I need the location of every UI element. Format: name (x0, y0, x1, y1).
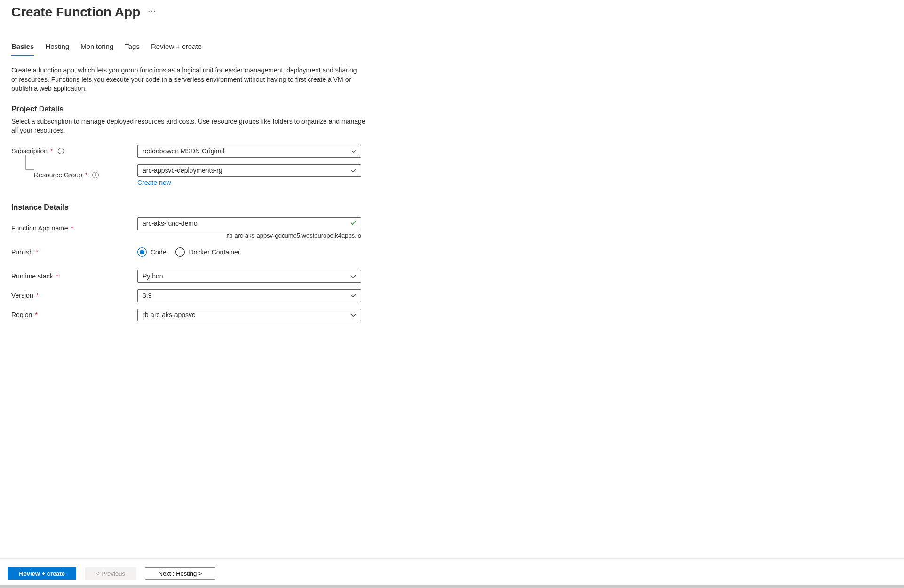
subscription-value: reddobowen MSDN Original (143, 147, 224, 155)
runtime-value: Python (143, 272, 163, 280)
required-star: * (35, 311, 37, 318)
previous-button: < Previous (85, 567, 136, 580)
version-value: 3.9 (143, 292, 151, 299)
required-star: * (36, 292, 39, 299)
required-star: * (85, 171, 87, 179)
tab-hosting[interactable]: Hosting (45, 42, 69, 56)
region-label-text: Region (11, 311, 32, 318)
required-star: * (56, 272, 58, 280)
chevron-down-icon (350, 273, 356, 279)
tab-tags[interactable]: Tags (125, 42, 140, 56)
radio-selected-icon (137, 247, 147, 257)
region-value: rb-arc-aks-appsvc (143, 311, 195, 318)
resource-group-dropdown[interactable]: arc-appsvc-deployments-rg (137, 164, 361, 177)
create-new-link[interactable]: Create new (137, 179, 171, 186)
version-label: Version * (11, 292, 137, 299)
app-name-input[interactable] (137, 217, 361, 230)
runtime-dropdown[interactable]: Python (137, 270, 361, 283)
more-icon[interactable]: ··· (148, 6, 156, 19)
publish-docker-label: Docker Container (189, 248, 240, 256)
check-icon (350, 220, 357, 228)
tree-line (25, 155, 34, 170)
tab-monitoring[interactable]: Monitoring (80, 42, 113, 56)
required-star: * (50, 147, 53, 155)
chevron-down-icon (350, 148, 356, 154)
runtime-label-text: Runtime stack (11, 272, 53, 280)
app-name-suffix: .rb-arc-aks-appsv-gdcume5.westeurope.k4a… (137, 232, 361, 239)
version-label-text: Version (11, 292, 33, 299)
content-area: Create a function app, which lets you gr… (0, 56, 386, 558)
page-title: Create Function App (11, 5, 140, 20)
tab-review-create[interactable]: Review + create (151, 42, 202, 56)
chevron-down-icon (350, 312, 356, 318)
app-name-label: Function App name * (11, 224, 137, 232)
publish-docker-radio[interactable]: Docker Container (175, 247, 240, 257)
project-details-title: Project Details (11, 105, 374, 113)
region-label: Region * (11, 311, 137, 318)
bottom-bar (0, 585, 904, 588)
intro-text: Create a function app, which lets you gr… (11, 66, 364, 94)
tabs-container: Basics Hosting Monitoring Tags Review + … (0, 20, 904, 56)
chevron-down-icon (350, 167, 356, 173)
chevron-down-icon (350, 293, 356, 298)
publish-code-label: Code (151, 248, 166, 256)
publish-label: Publish * (11, 248, 137, 256)
info-icon[interactable]: i (58, 148, 64, 154)
footer: Review + create < Previous Next : Hostin… (0, 558, 904, 588)
info-icon[interactable]: i (92, 172, 99, 178)
required-star: * (71, 224, 73, 232)
runtime-label: Runtime stack * (11, 272, 137, 280)
project-details-desc: Select a subscription to manage deployed… (11, 117, 369, 135)
review-create-button[interactable]: Review + create (8, 567, 76, 580)
next-button[interactable]: Next : Hosting > (145, 567, 215, 580)
publish-code-radio[interactable]: Code (137, 247, 166, 257)
region-dropdown[interactable]: rb-arc-aks-appsvc (137, 309, 361, 321)
radio-unselected-icon (175, 247, 185, 257)
version-dropdown[interactable]: 3.9 (137, 289, 361, 302)
subscription-label-text: Subscription (11, 147, 48, 155)
subscription-label: Subscription * i (11, 147, 137, 155)
app-name-label-text: Function App name (11, 224, 68, 232)
subscription-dropdown[interactable]: reddobowen MSDN Original (137, 145, 361, 158)
resource-group-label: Resource Group * i (11, 171, 137, 179)
tab-basics[interactable]: Basics (11, 42, 34, 56)
resource-group-value: arc-appsvc-deployments-rg (143, 167, 222, 174)
resource-group-label-text: Resource Group (34, 171, 82, 179)
publish-label-text: Publish (11, 248, 33, 256)
instance-details-title: Instance Details (11, 203, 374, 212)
required-star: * (36, 248, 38, 256)
